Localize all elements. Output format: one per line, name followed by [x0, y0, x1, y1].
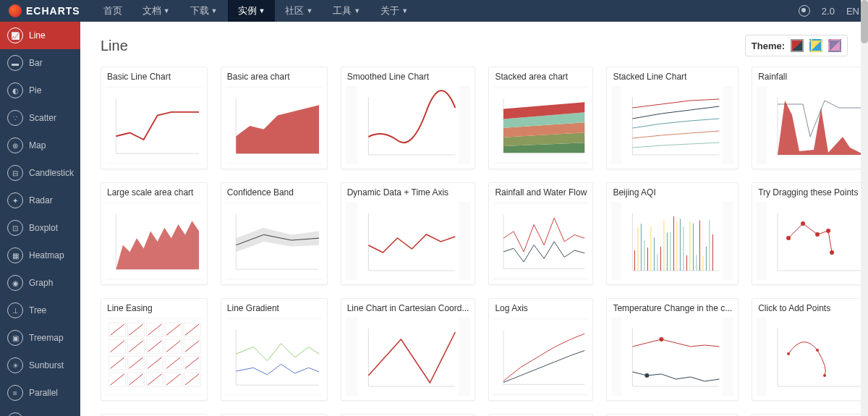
nav-item-4[interactable]: 社区▼	[275, 0, 323, 22]
sidebar-item-line[interactable]: 📈Line	[0, 22, 80, 49]
caret-down-icon: ▼	[211, 7, 218, 14]
map-icon: ⊕	[7, 137, 23, 153]
lang-link[interactable]: EN	[846, 6, 859, 17]
theme-swatch-1[interactable]	[791, 39, 804, 52]
github-icon[interactable]	[799, 5, 810, 17]
nav-item-1[interactable]: 文档▼	[132, 0, 180, 22]
candlestick-icon: ⊟	[7, 165, 23, 181]
nav-item-2[interactable]: 下载▼	[180, 0, 228, 22]
example-card[interactable]: Basic area chart	[221, 67, 328, 169]
sidebar-item-heatmap[interactable]: ▦Heatmap	[0, 242, 80, 269]
example-card[interactable]: Rainfall	[752, 67, 868, 169]
example-card[interactable]: Stacked area chart	[488, 67, 593, 169]
sidebar-item-label: Treemap	[29, 333, 64, 343]
sidebar-item-graph[interactable]: ◉Graph	[0, 269, 80, 297]
card-thumb	[757, 318, 868, 396]
treemap-icon: ▣	[7, 330, 23, 346]
header: ECHARTS 首页文档▼下载▼实例▼社区▼工具▼关于▼ 2.0 EN	[0, 0, 868, 22]
sidebar-item-radar[interactable]: ✦Radar	[0, 187, 80, 214]
sidebar-item-bar[interactable]: ▬Bar	[0, 49, 80, 77]
example-card[interactable]: Smoothed Line Chart	[341, 67, 476, 169]
version-link[interactable]: 2.0	[822, 6, 835, 17]
caret-down-icon: ▼	[306, 7, 312, 14]
theme-swatch-3[interactable]	[828, 39, 841, 52]
svg-rect-110	[767, 318, 868, 396]
theme-swatch-2[interactable]	[809, 39, 822, 52]
card-title: Smoothed Line Chart	[341, 67, 475, 86]
scatter-icon: ∵	[7, 110, 23, 126]
sunburst-icon: ☀	[7, 357, 23, 373]
card-thumb	[611, 86, 733, 164]
svg-point-71	[801, 221, 805, 226]
card-thumb	[493, 86, 588, 164]
nav-label: 首页	[103, 4, 122, 17]
sidebar-item-boxplot[interactable]: ⊡Boxplot	[0, 214, 80, 242]
nav-item-3[interactable]: 实例▼	[228, 0, 276, 22]
sidebar-item-label: Sunburst	[29, 360, 64, 370]
example-card[interactable]: Dynamic Data + Time Axis	[341, 182, 476, 285]
example-card[interactable]: Click to Add Points	[752, 298, 868, 401]
nav-item-5[interactable]: 工具▼	[323, 0, 370, 22]
sidebar-item-tree[interactable]: ⊥Tree	[0, 297, 80, 324]
svg-rect-105	[622, 318, 723, 396]
card-title: Large scale area chart	[101, 183, 207, 202]
card-thumb	[611, 318, 733, 396]
example-card[interactable]: Line Gradient	[221, 298, 328, 401]
example-card[interactable]: Stacked Line Chart	[606, 67, 739, 169]
radar-icon: ✦	[7, 192, 23, 208]
example-card[interactable]: Log Axis	[488, 298, 593, 401]
card-title: Rainfall and Water Flow	[489, 183, 592, 202]
example-grid: Basic Line ChartBasic area chartSmoothed…	[101, 67, 848, 416]
sidebar-item-sankey[interactable]: ≋Sankey	[0, 407, 80, 416]
svg-rect-39	[622, 202, 723, 280]
card-thumb	[757, 202, 868, 280]
sidebar-item-label: Boxplot	[29, 223, 58, 233]
example-card[interactable]: Line Chart in Cartesian Coord...	[341, 298, 476, 401]
example-card[interactable]: Confidence Band	[221, 182, 328, 285]
theme-label: Theme:	[752, 41, 785, 51]
card-title: Stacked area chart	[489, 67, 592, 86]
tree-icon: ⊥	[7, 302, 23, 318]
sidebar: 📈Line▬Bar◐Pie∵Scatter⊕Map⊟Candlestick✦Ra…	[0, 22, 80, 416]
svg-rect-0	[106, 88, 203, 162]
sidebar-item-scatter[interactable]: ∵Scatter	[0, 104, 80, 132]
sidebar-item-label: Line	[29, 30, 46, 41]
nav-label: 工具	[333, 4, 352, 17]
example-card[interactable]: Large scale area chart	[101, 182, 208, 285]
sidebar-item-treemap[interactable]: ▣Treemap	[0, 324, 80, 352]
card-thumb	[226, 202, 323, 280]
example-card[interactable]: Try Dragging these Points	[752, 182, 868, 285]
card-title: Dynamic Data + Time Axis	[341, 183, 475, 202]
sidebar-item-pie[interactable]: ◐Pie	[0, 77, 80, 104]
example-card[interactable]: Basic Line Chart	[101, 67, 208, 169]
sidebar-item-parallel[interactable]: ≡Parallel	[0, 379, 80, 407]
example-card[interactable]: Temperature Change in the c...	[606, 298, 739, 401]
card-thumb	[493, 318, 588, 396]
sidebar-item-map[interactable]: ⊕Map	[0, 132, 80, 159]
nav-label: 社区	[285, 4, 304, 17]
graph-icon: ◉	[7, 275, 23, 291]
sidebar-item-label: Heatmap	[29, 250, 64, 260]
sidebar-item-label: Graph	[29, 278, 53, 288]
theme-picker: Theme:	[745, 35, 848, 56]
logo[interactable]: ECHARTS	[9, 4, 80, 17]
example-card[interactable]: Line Easing	[101, 298, 208, 401]
example-card[interactable]: Beijing AQI	[606, 182, 739, 285]
scrollbar-track[interactable]	[861, 0, 868, 416]
example-card[interactable]: Rainfall and Water Flow	[488, 182, 593, 285]
svg-point-109	[645, 373, 650, 378]
card-thumb	[346, 86, 471, 164]
scrollbar-thumb[interactable]	[861, 0, 868, 43]
card-thumb	[346, 318, 471, 396]
nav-item-0[interactable]: 首页	[93, 0, 132, 22]
line-icon: 📈	[7, 27, 23, 43]
sidebar-item-candlestick[interactable]: ⊟Candlestick	[0, 159, 80, 187]
nav-item-6[interactable]: 关于▼	[370, 0, 418, 22]
svg-rect-36	[493, 204, 588, 277]
sidebar-item-label: Map	[29, 140, 46, 150]
content: Line Theme: Basic Line ChartBasic area c…	[80, 22, 868, 416]
svg-rect-102	[493, 320, 588, 393]
card-thumb	[346, 202, 471, 280]
card-title: Temperature Change in the c...	[607, 299, 738, 318]
sidebar-item-sunburst[interactable]: ☀Sunburst	[0, 352, 80, 379]
